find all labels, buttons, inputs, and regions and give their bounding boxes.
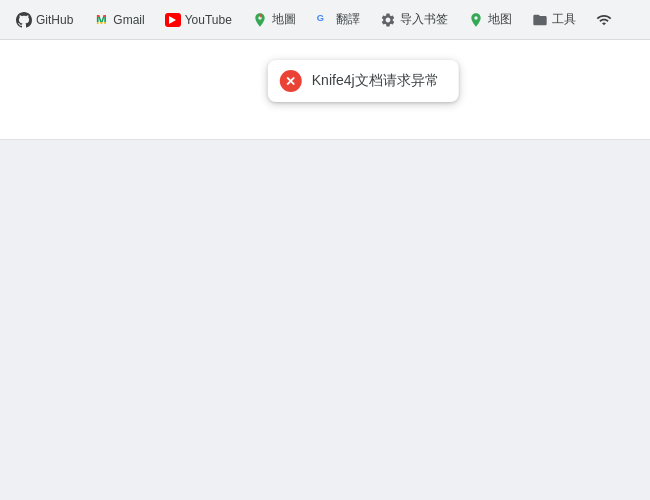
main-content: ✕ Knife4j文档请求异常 — [0, 40, 650, 500]
bookmarks-bar: GitHub M Gmail YouTube 地圖 G — [0, 0, 650, 40]
error-x-symbol: ✕ — [285, 75, 296, 88]
github-icon — [16, 12, 32, 28]
gmail-icon: M — [93, 12, 109, 28]
bookmark-maps1-label: 地圖 — [272, 11, 296, 28]
gear-icon — [380, 12, 396, 28]
maps1-icon — [252, 12, 268, 28]
error-icon: ✕ — [280, 70, 302, 92]
error-message: Knife4j文档请求异常 — [312, 72, 439, 90]
bookmark-github-label: GitHub — [36, 13, 73, 27]
bookmark-gmail-label: Gmail — [113, 13, 144, 27]
svg-text:G: G — [317, 13, 324, 23]
bookmark-gmail[interactable]: M Gmail — [85, 8, 152, 32]
translate-icon: G — [316, 12, 332, 28]
bookmark-maps2-label: 地图 — [488, 11, 512, 28]
bookmark-maps1[interactable]: 地圖 — [244, 7, 304, 32]
bookmark-translate[interactable]: G 翻譯 — [308, 7, 368, 32]
bookmark-youtube-label: YouTube — [185, 13, 232, 27]
bookmark-import-label: 导入书签 — [400, 11, 448, 28]
bookmark-github[interactable]: GitHub — [8, 8, 81, 32]
content-bottom — [0, 140, 650, 500]
error-toast: ✕ Knife4j文档请求异常 — [268, 60, 459, 102]
folder-icon — [532, 12, 548, 28]
bookmark-import[interactable]: 导入书签 — [372, 7, 456, 32]
bookmark-youtube[interactable]: YouTube — [157, 8, 240, 32]
bookmark-tools[interactable]: 工具 — [524, 7, 584, 32]
bookmark-tools-label: 工具 — [552, 11, 576, 28]
bookmark-maps2[interactable]: 地图 — [460, 7, 520, 32]
network-icon — [596, 12, 612, 28]
youtube-icon — [165, 12, 181, 28]
maps2-icon — [468, 12, 484, 28]
bookmark-network[interactable] — [588, 8, 620, 32]
bookmark-translate-label: 翻譯 — [336, 11, 360, 28]
